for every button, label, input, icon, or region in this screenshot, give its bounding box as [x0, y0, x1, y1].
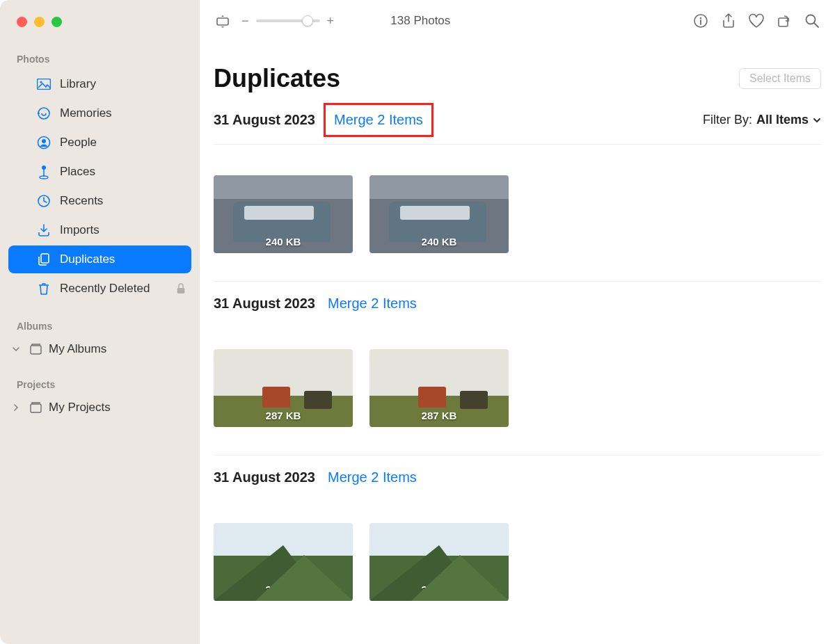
- rotate-icon[interactable]: [775, 12, 793, 30]
- svg-rect-11: [31, 404, 41, 412]
- merge-items-link[interactable]: Merge 2 Items: [324, 103, 434, 137]
- zoom-in-icon[interactable]: +: [327, 14, 335, 29]
- duplicate-group-thumbs: 240 KB 240 KB: [214, 145, 821, 282]
- sidebar-item-label: Recents: [60, 194, 103, 208]
- duplicate-group-header: 31 August 2023 Merge 2 Items Filter By: …: [214, 96, 821, 145]
- zoom-out-icon[interactable]: −: [241, 14, 249, 29]
- chevron-down-icon: [13, 346, 22, 353]
- sidebar-section-projects: Projects: [0, 375, 200, 394]
- clock-icon: [36, 194, 51, 208]
- chevron-down-icon: [813, 116, 821, 124]
- sidebar-item-recently-deleted[interactable]: Recently Deleted: [8, 275, 191, 303]
- sidebar-item-label: People: [60, 136, 97, 150]
- group-date: 31 August 2023: [214, 469, 315, 485]
- duplicate-group-header: 31 August 2023 Merge 2 Items: [214, 289, 821, 319]
- toolbar-title: 138 Photos: [390, 14, 450, 28]
- trash-icon: [36, 282, 51, 296]
- photo-thumbnail[interactable]: 240 KB: [369, 175, 509, 253]
- svg-rect-10: [31, 346, 41, 354]
- photo-thumbnail[interactable]: 287 KB: [214, 349, 353, 427]
- filter-by-dropdown[interactable]: Filter By: All Items: [703, 113, 821, 127]
- photo-size: 240 KB: [266, 236, 301, 248]
- close-window-button[interactable]: [17, 17, 27, 27]
- sidebar-item-places[interactable]: Places: [8, 158, 191, 186]
- lock-icon: [176, 283, 186, 294]
- search-icon[interactable]: [803, 12, 821, 30]
- toolbar: − + 138 Photos: [200, 0, 835, 42]
- duplicate-group-header: 31 August 2023 Merge 2 Items: [214, 462, 821, 492]
- sidebar-item-label: Recently Deleted: [60, 282, 150, 296]
- svg-point-5: [42, 166, 46, 170]
- group-date: 31 August 2023: [214, 112, 315, 128]
- window-traffic-lights: [0, 11, 200, 49]
- svg-rect-15: [779, 18, 788, 26]
- photo-size: 287 KB: [422, 410, 457, 421]
- content-scroll[interactable]: Duplicates Select Items 31 August 2023 M…: [200, 42, 835, 644]
- album-stack-icon: [28, 343, 43, 355]
- photo-size: 287 KB: [266, 410, 301, 421]
- memories-icon: [36, 106, 51, 120]
- sidebar-item-label: Duplicates: [60, 252, 115, 266]
- select-items-button[interactable]: Select Items: [739, 68, 821, 89]
- album-stack-icon: [28, 401, 43, 414]
- sidebar-item-recents[interactable]: Recents: [8, 187, 191, 215]
- places-icon: [36, 164, 51, 179]
- people-icon: [36, 136, 51, 150]
- svg-rect-9: [177, 288, 185, 293]
- photo-size: 301 KB: [266, 583, 301, 595]
- fullscreen-window-button[interactable]: [51, 17, 62, 27]
- sidebar-item-library[interactable]: Library: [8, 70, 191, 98]
- svg-point-4: [42, 139, 46, 143]
- merge-items-link[interactable]: Merge 2 Items: [328, 469, 417, 485]
- import-icon: [36, 223, 51, 237]
- photo-thumbnail[interactable]: 301 KB: [214, 523, 353, 601]
- sidebar-item-imports[interactable]: Imports: [8, 216, 191, 244]
- sidebar-section-albums: Albums: [0, 316, 200, 336]
- main-area: − + 138 Photos Duplicates Select Items: [200, 0, 835, 644]
- sidebar-item-label: Library: [60, 77, 96, 91]
- sidebar-tree-my-projects[interactable]: My Projects: [0, 394, 200, 421]
- favorite-heart-icon[interactable]: [747, 12, 765, 30]
- duplicate-group-thumbs: 287 KB 287 KB: [214, 319, 821, 456]
- info-icon[interactable]: [692, 12, 710, 30]
- photo-thumbnail[interactable]: 287 KB: [369, 349, 509, 427]
- duplicates-icon: [36, 252, 51, 266]
- photo-size: 301 KB: [422, 583, 457, 595]
- filter-by-value: All Items: [756, 113, 809, 127]
- thumbnail-zoom-slider[interactable]: − +: [241, 14, 334, 29]
- zoom-track[interactable]: [256, 19, 320, 22]
- filter-by-label: Filter By:: [703, 113, 752, 127]
- zoom-thumb[interactable]: [302, 15, 313, 26]
- duplicate-group-thumbs: 301 KB 301 KB: [214, 492, 821, 629]
- group-date: 31 August 2023: [214, 296, 315, 312]
- chevron-right-icon: [13, 404, 22, 411]
- sidebar-item-label: Imports: [60, 223, 100, 237]
- sidebar-tree-my-albums[interactable]: My Albums: [0, 336, 200, 362]
- sidebar-tree-label: My Projects: [49, 401, 111, 414]
- sidebar-item-label: Places: [60, 165, 95, 179]
- sidebar-item-people[interactable]: People: [8, 129, 191, 156]
- svg-rect-8: [41, 254, 49, 263]
- photo-thumbnail[interactable]: 301 KB: [369, 523, 509, 601]
- sidebar-section-photos: Photos: [0, 49, 200, 69]
- photo-size: 240 KB: [422, 236, 457, 248]
- merge-items-link[interactable]: Merge 2 Items: [328, 296, 417, 312]
- aspect-toggle-icon[interactable]: [214, 12, 232, 30]
- svg-rect-12: [217, 18, 228, 25]
- svg-point-1: [40, 81, 42, 83]
- share-icon[interactable]: [719, 12, 738, 30]
- sidebar-item-duplicates[interactable]: Duplicates: [8, 245, 191, 273]
- sidebar-item-memories[interactable]: Memories: [8, 99, 191, 127]
- photo-thumbnail[interactable]: 240 KB: [214, 175, 353, 253]
- svg-point-2: [38, 108, 49, 119]
- svg-point-6: [40, 176, 48, 179]
- sidebar-tree-label: My Albums: [49, 342, 106, 356]
- minimize-window-button[interactable]: [34, 17, 45, 27]
- sidebar-item-label: Memories: [60, 106, 112, 120]
- svg-point-14: [700, 17, 702, 19]
- sidebar: Photos Library Memories People Places Re…: [0, 0, 200, 644]
- page-title: Duplicates: [214, 64, 340, 93]
- photo-library-icon: [36, 79, 51, 90]
